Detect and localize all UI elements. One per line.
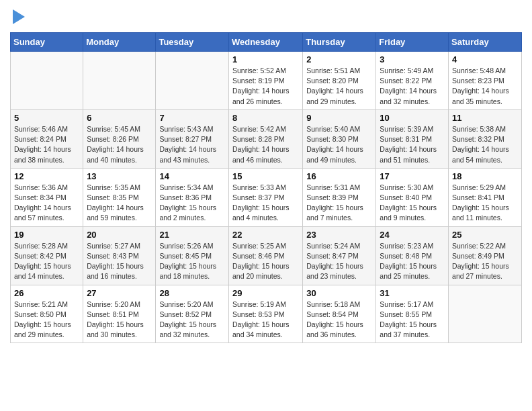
day-info: Sunrise: 5:46 AMSunset: 8:24 PMDaylight:… [14, 124, 79, 165]
day-info: Sunrise: 5:33 AMSunset: 8:37 PMDaylight:… [232, 183, 299, 224]
calendar-header-row: SundayMondayTuesdayWednesdayThursdayFrid… [11, 33, 522, 52]
day-number: 20 [87, 230, 152, 240]
day-info: Sunrise: 5:31 AMSunset: 8:39 PMDaylight:… [306, 183, 372, 224]
day-of-week-header: Sunday [11, 33, 83, 52]
day-info: Sunrise: 5:19 AMSunset: 8:53 PMDaylight:… [232, 300, 299, 340]
day-info: Sunrise: 5:39 AMSunset: 8:31 PMDaylight:… [380, 124, 445, 165]
calendar-cell: 2Sunrise: 5:51 AMSunset: 8:20 PMDaylight… [303, 52, 376, 110]
day-of-week-header: Monday [83, 33, 156, 52]
day-number: 28 [159, 288, 225, 298]
calendar-cell: 23Sunrise: 5:24 AMSunset: 8:47 PMDayligh… [303, 226, 376, 285]
day-of-week-header: Saturday [449, 33, 522, 52]
calendar-cell: 25Sunrise: 5:22 AMSunset: 8:49 PMDayligh… [449, 226, 522, 285]
calendar-cell: 4Sunrise: 5:48 AMSunset: 8:23 PMDaylight… [449, 52, 522, 110]
calendar-cell: 28Sunrise: 5:20 AMSunset: 8:52 PMDayligh… [156, 285, 229, 343]
calendar-cell: 20Sunrise: 5:27 AMSunset: 8:43 PMDayligh… [83, 226, 156, 285]
day-number: 12 [14, 171, 79, 181]
day-info: Sunrise: 5:40 AMSunset: 8:30 PMDaylight:… [306, 124, 372, 165]
day-number: 14 [159, 171, 225, 181]
day-info: Sunrise: 5:52 AMSunset: 8:19 PMDaylight:… [232, 66, 299, 107]
calendar-week-row: 19Sunrise: 5:28 AMSunset: 8:42 PMDayligh… [11, 226, 522, 285]
day-number: 7 [159, 113, 225, 123]
day-number: 2 [306, 54, 372, 64]
day-info: Sunrise: 5:24 AMSunset: 8:47 PMDaylight:… [306, 241, 372, 282]
calendar-cell: 16Sunrise: 5:31 AMSunset: 8:39 PMDayligh… [303, 168, 376, 226]
day-info: Sunrise: 5:43 AMSunset: 8:27 PMDaylight:… [159, 124, 225, 165]
day-number: 22 [232, 230, 299, 240]
day-info: Sunrise: 5:17 AMSunset: 8:55 PMDaylight:… [380, 300, 445, 340]
day-number: 16 [306, 171, 372, 181]
calendar-cell: 3Sunrise: 5:49 AMSunset: 8:22 PMDaylight… [376, 52, 449, 110]
calendar-cell [11, 52, 83, 110]
day-of-week-header: Thursday [303, 33, 376, 52]
day-info: Sunrise: 5:25 AMSunset: 8:46 PMDaylight:… [232, 241, 299, 282]
day-info: Sunrise: 5:49 AMSunset: 8:22 PMDaylight:… [380, 66, 445, 107]
day-number: 3 [380, 54, 445, 64]
calendar-cell: 7Sunrise: 5:43 AMSunset: 8:27 PMDaylight… [156, 109, 229, 168]
day-number: 26 [14, 288, 79, 298]
day-info: Sunrise: 5:27 AMSunset: 8:43 PMDaylight:… [87, 241, 152, 282]
day-number: 21 [159, 230, 225, 240]
calendar-table: SundayMondayTuesdayWednesdayThursdayFrid… [10, 32, 522, 343]
day-of-week-header: Friday [376, 33, 449, 52]
day-number: 25 [452, 230, 518, 240]
calendar-cell: 6Sunrise: 5:45 AMSunset: 8:26 PMDaylight… [83, 109, 156, 168]
day-info: Sunrise: 5:28 AMSunset: 8:42 PMDaylight:… [14, 241, 79, 282]
day-info: Sunrise: 5:34 AMSunset: 8:36 PMDaylight:… [159, 183, 225, 224]
day-number: 6 [87, 113, 152, 123]
calendar-cell: 12Sunrise: 5:36 AMSunset: 8:34 PMDayligh… [11, 168, 83, 226]
day-number: 18 [452, 171, 518, 181]
day-number: 5 [14, 113, 79, 123]
day-info: Sunrise: 5:30 AMSunset: 8:40 PMDaylight:… [380, 183, 445, 224]
day-number: 10 [380, 113, 445, 123]
page-header [10, 7, 522, 27]
logo [10, 7, 25, 27]
calendar-cell [156, 52, 229, 110]
day-number: 17 [380, 171, 445, 181]
calendar-cell: 13Sunrise: 5:35 AMSunset: 8:35 PMDayligh… [83, 168, 156, 226]
calendar-week-row: 1Sunrise: 5:52 AMSunset: 8:19 PMDaylight… [11, 52, 522, 110]
calendar-week-row: 12Sunrise: 5:36 AMSunset: 8:34 PMDayligh… [11, 168, 522, 226]
calendar-cell: 24Sunrise: 5:23 AMSunset: 8:48 PMDayligh… [376, 226, 449, 285]
day-info: Sunrise: 5:21 AMSunset: 8:50 PMDaylight:… [14, 300, 79, 340]
calendar-cell: 26Sunrise: 5:21 AMSunset: 8:50 PMDayligh… [11, 285, 83, 343]
calendar-cell: 18Sunrise: 5:29 AMSunset: 8:41 PMDayligh… [449, 168, 522, 226]
calendar-cell: 31Sunrise: 5:17 AMSunset: 8:55 PMDayligh… [376, 285, 449, 343]
day-number: 23 [306, 230, 372, 240]
calendar-cell: 11Sunrise: 5:38 AMSunset: 8:32 PMDayligh… [449, 109, 522, 168]
calendar-cell: 22Sunrise: 5:25 AMSunset: 8:46 PMDayligh… [228, 226, 302, 285]
calendar-cell: 27Sunrise: 5:20 AMSunset: 8:51 PMDayligh… [83, 285, 156, 343]
calendar-cell: 1Sunrise: 5:52 AMSunset: 8:19 PMDaylight… [228, 52, 302, 110]
day-info: Sunrise: 5:22 AMSunset: 8:49 PMDaylight:… [452, 241, 518, 282]
day-info: Sunrise: 5:38 AMSunset: 8:32 PMDaylight:… [452, 124, 518, 165]
day-info: Sunrise: 5:20 AMSunset: 8:51 PMDaylight:… [87, 300, 152, 340]
calendar-cell: 5Sunrise: 5:46 AMSunset: 8:24 PMDaylight… [11, 109, 83, 168]
calendar-week-row: 26Sunrise: 5:21 AMSunset: 8:50 PMDayligh… [11, 285, 522, 343]
calendar-cell [83, 52, 156, 110]
day-number: 27 [87, 288, 152, 298]
day-number: 11 [452, 113, 518, 123]
day-number: 24 [380, 230, 445, 240]
svg-marker-0 [13, 9, 25, 24]
calendar-cell: 19Sunrise: 5:28 AMSunset: 8:42 PMDayligh… [11, 226, 83, 285]
calendar-cell: 14Sunrise: 5:34 AMSunset: 8:36 PMDayligh… [156, 168, 229, 226]
day-number: 31 [380, 288, 445, 298]
day-info: Sunrise: 5:26 AMSunset: 8:45 PMDaylight:… [159, 241, 225, 282]
day-number: 1 [232, 54, 299, 64]
calendar-cell: 9Sunrise: 5:40 AMSunset: 8:30 PMDaylight… [303, 109, 376, 168]
day-info: Sunrise: 5:36 AMSunset: 8:34 PMDaylight:… [14, 183, 79, 224]
logo-arrow-icon [13, 9, 25, 24]
calendar-cell [449, 285, 522, 343]
calendar-cell: 29Sunrise: 5:19 AMSunset: 8:53 PMDayligh… [228, 285, 302, 343]
day-info: Sunrise: 5:29 AMSunset: 8:41 PMDaylight:… [452, 183, 518, 224]
day-info: Sunrise: 5:18 AMSunset: 8:54 PMDaylight:… [306, 300, 372, 340]
day-number: 15 [232, 171, 299, 181]
day-info: Sunrise: 5:48 AMSunset: 8:23 PMDaylight:… [452, 66, 518, 107]
day-number: 8 [232, 113, 299, 123]
day-number: 4 [452, 54, 518, 64]
calendar-cell: 30Sunrise: 5:18 AMSunset: 8:54 PMDayligh… [303, 285, 376, 343]
day-info: Sunrise: 5:42 AMSunset: 8:28 PMDaylight:… [232, 124, 299, 165]
day-number: 29 [232, 288, 299, 298]
day-info: Sunrise: 5:23 AMSunset: 8:48 PMDaylight:… [380, 241, 445, 282]
day-info: Sunrise: 5:20 AMSunset: 8:52 PMDaylight:… [159, 300, 225, 340]
